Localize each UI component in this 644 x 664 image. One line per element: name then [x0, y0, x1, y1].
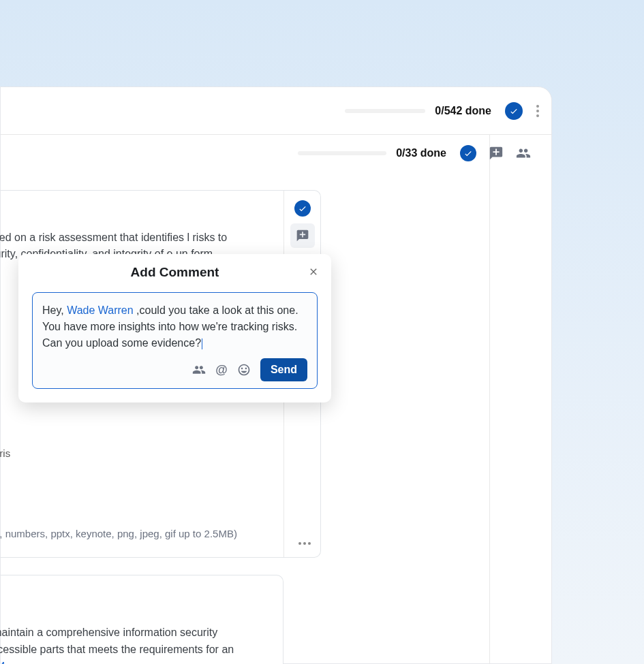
top-bar: 0/542 done — [1, 87, 551, 135]
card-add-comment-button[interactable] — [290, 223, 315, 248]
add-comment-popover: Add Comment Hey, Wade Warren ,could you … — [18, 254, 331, 402]
section-progress-bar — [298, 151, 386, 155]
send-button[interactable]: Send — [260, 358, 307, 381]
section-progress-text: 0/33 done — [396, 147, 446, 159]
comment-input-box[interactable]: Hey, Wade Warren ,could you take a look … — [32, 292, 318, 389]
vertical-divider — [489, 135, 490, 663]
text-cursor — [202, 338, 202, 349]
close-icon[interactable] — [308, 265, 319, 280]
section-done-check-icon[interactable] — [460, 145, 476, 161]
card2-line1: ou maintain a comprehensive information … — [0, 627, 217, 638]
comment-text-before: Hey, — [42, 304, 67, 316]
card2-text: ou maintain a comprehensive information … — [0, 625, 257, 664]
mention-chip[interactable]: Wade Warren — [67, 304, 134, 316]
mention-people-icon[interactable] — [192, 363, 206, 377]
overall-progress-text: 0/542 done — [435, 105, 491, 117]
emoji-icon[interactable] — [237, 363, 251, 377]
overall-done-check-icon[interactable] — [505, 102, 523, 120]
risk-fragment-text: t ris — [0, 446, 10, 462]
question-card-2: ou maintain a comprehensive information … — [1, 575, 283, 664]
comment-text-input[interactable]: Hey, Wade Warren ,could you take a look … — [42, 302, 307, 351]
more-menu-icon[interactable] — [536, 105, 539, 117]
card2-line2: y accessible parts that meets the requir… — [0, 644, 234, 655]
section-bar: 0/33 done — [1, 135, 551, 172]
assignees-icon[interactable] — [516, 146, 531, 161]
popover-title: Add Comment — [32, 265, 318, 280]
add-comment-icon[interactable] — [489, 146, 504, 161]
card2-link[interactable]: rt 314 — [0, 661, 5, 664]
overall-progress-bar — [345, 109, 425, 113]
card-done-check-icon[interactable] — [294, 200, 311, 217]
comment-actions: @ Send — [42, 358, 307, 381]
at-mention-icon[interactable]: @ — [215, 363, 228, 377]
file-upload-hint: ges, xlsx, numbers, pptx, keynote, png, … — [0, 528, 237, 539]
card-more-menu-icon[interactable] — [298, 542, 311, 545]
